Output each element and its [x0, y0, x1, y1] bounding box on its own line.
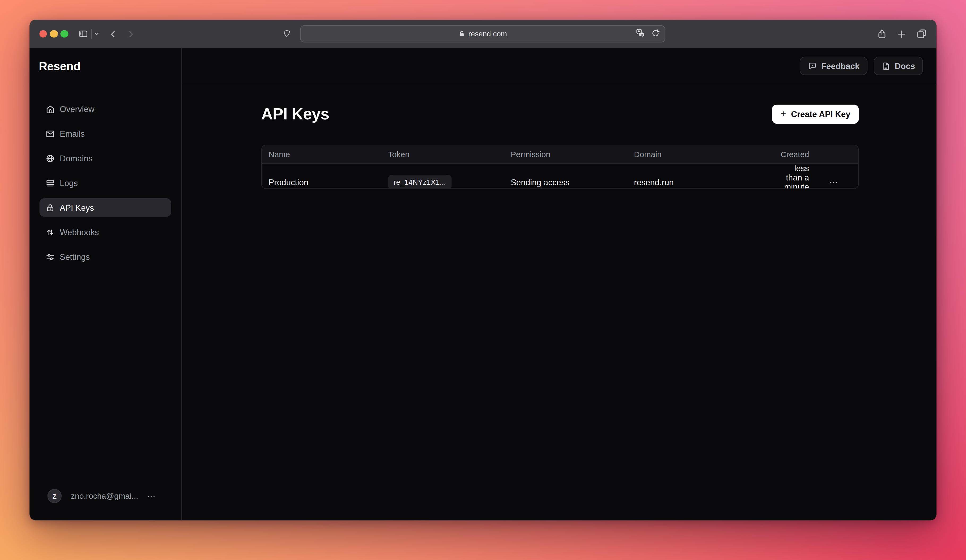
- share-icon[interactable]: [877, 20, 887, 48]
- lock-icon: [458, 30, 465, 38]
- lock-icon: [46, 203, 55, 212]
- table-row: Production re_14NYz1X1... Sending access…: [262, 164, 858, 188]
- api-key-token[interactable]: re_14NYz1X1...: [388, 175, 452, 189]
- url-bar[interactable]: resend.com A 文: [300, 25, 665, 43]
- row-actions-menu-icon[interactable]: ⋯: [809, 177, 858, 188]
- page-title: API Keys: [261, 105, 329, 124]
- sidebar-item-label: API Keys: [60, 203, 94, 212]
- sidebar-item-logs[interactable]: Logs: [39, 174, 171, 192]
- minimize-button[interactable]: [50, 30, 58, 38]
- api-key-created: less than a minute ago: [781, 164, 809, 189]
- chevron-down-icon[interactable]: [94, 20, 100, 48]
- docs-button[interactable]: Docs: [874, 57, 923, 75]
- feedback-label: Feedback: [821, 61, 860, 70]
- column-header-domain: Domain: [634, 150, 780, 159]
- avatar: Z: [48, 489, 62, 503]
- back-button-icon[interactable]: [108, 20, 118, 48]
- sidebar-item-label: Settings: [60, 252, 90, 261]
- column-header-token: Token: [388, 150, 511, 159]
- create-api-key-button[interactable]: + Create API Key: [772, 105, 859, 124]
- tab-overview-icon[interactable]: [916, 20, 927, 48]
- sidebar-nav: Overview Emails: [30, 100, 181, 266]
- main-area: Feedback Docs API Keys: [182, 48, 936, 521]
- api-keys-table: Name Token Permission Domain Created Pro…: [261, 145, 859, 189]
- zoom-button[interactable]: [61, 30, 68, 38]
- sidebar-item-domains[interactable]: Domains: [39, 149, 171, 167]
- page-content: Resend Overview: [30, 48, 936, 521]
- sliders-icon: [46, 252, 55, 261]
- feedback-button[interactable]: Feedback: [800, 57, 868, 75]
- sidebar-item-api-keys[interactable]: API Keys: [39, 198, 171, 217]
- column-header-created: Created: [781, 150, 809, 159]
- sidebar-item-label: Domains: [60, 154, 93, 163]
- table-header: Name Token Permission Domain Created: [262, 146, 858, 164]
- page-header: Feedback Docs: [182, 48, 936, 84]
- arrows-up-down-icon: [46, 228, 55, 237]
- column-header-name: Name: [262, 150, 388, 159]
- user-account[interactable]: Z zno.rocha@gmai... ⋯: [48, 489, 156, 503]
- window-controls: [39, 20, 68, 48]
- sidebar-item-webhooks[interactable]: Webhooks: [39, 223, 171, 242]
- feedback-icon: [808, 61, 817, 70]
- svg-text:A: A: [638, 29, 640, 33]
- api-key-permission: Sending access: [511, 178, 634, 187]
- sidebar: Resend Overview: [30, 48, 182, 521]
- create-api-key-label: Create API Key: [791, 110, 850, 119]
- toolbar-separator: [91, 29, 92, 39]
- column-header-permission: Permission: [511, 150, 634, 159]
- sidebar-item-settings[interactable]: Settings: [39, 247, 171, 266]
- translate-icon[interactable]: A 文: [635, 28, 646, 39]
- user-email: zno.rocha@gmai...: [71, 491, 138, 501]
- sidebar-item-label: Overview: [60, 104, 95, 114]
- browser-toolbar: resend.com A 文: [30, 20, 936, 48]
- sidebar-item-label: Webhooks: [60, 228, 99, 237]
- sidebar-item-label: Emails: [60, 129, 85, 138]
- shield-icon[interactable]: [282, 20, 292, 48]
- close-button[interactable]: [39, 30, 47, 38]
- sidebar-item-label: Logs: [60, 178, 78, 188]
- sidebar-item-overview[interactable]: Overview: [39, 100, 171, 118]
- reload-icon[interactable]: [651, 29, 660, 39]
- api-key-name: Production: [262, 178, 388, 187]
- logs-icon: [46, 178, 55, 188]
- api-key-domain: resend.run: [634, 178, 780, 187]
- user-menu-icon[interactable]: ⋯: [147, 491, 155, 501]
- browser-window: resend.com A 文: [30, 20, 936, 520]
- home-icon: [46, 104, 55, 114]
- mail-icon: [46, 129, 55, 138]
- globe-icon: [46, 154, 55, 163]
- svg-text:文: 文: [641, 33, 643, 36]
- plus-icon: +: [780, 109, 786, 119]
- forward-button-icon[interactable]: [127, 20, 136, 48]
- api-keys-page: API Keys + Create API Key Name Token Per…: [182, 84, 936, 189]
- sidebar-toggle-icon[interactable]: [78, 20, 88, 48]
- new-tab-icon[interactable]: [897, 20, 907, 48]
- docs-icon: [882, 61, 890, 70]
- url-text: resend.com: [468, 29, 507, 38]
- docs-label: Docs: [895, 61, 915, 70]
- resend-logo: Resend: [39, 60, 181, 73]
- sidebar-item-emails[interactable]: Emails: [39, 124, 171, 143]
